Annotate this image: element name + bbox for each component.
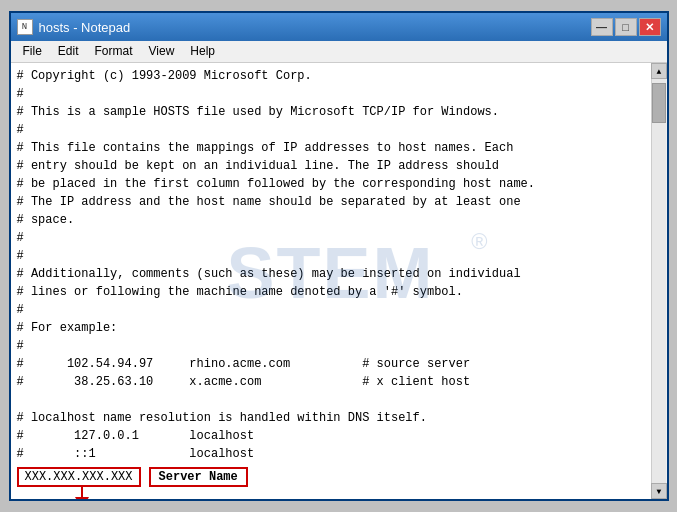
ip-label-area: IP Address: [67, 487, 647, 499]
menu-file[interactable]: File: [15, 43, 50, 60]
text-content[interactable]: STEM ® # Copyright (c) 1993-2009 Microso…: [11, 63, 651, 499]
arrow-icon: [67, 487, 97, 499]
menu-format[interactable]: Format: [87, 43, 141, 60]
minimize-button[interactable]: —: [591, 18, 613, 36]
ip-address-box[interactable]: XXX.XXX.XXX.XXX: [17, 467, 141, 487]
scroll-down-button[interactable]: ▼: [651, 483, 667, 499]
server-name-box[interactable]: Server Name: [149, 467, 248, 487]
menu-view[interactable]: View: [141, 43, 183, 60]
notepad-lines: # Copyright (c) 1993-2009 Microsoft Corp…: [17, 67, 647, 463]
title-buttons: — □ ✕: [591, 18, 661, 36]
maximize-button[interactable]: □: [615, 18, 637, 36]
menu-help[interactable]: Help: [182, 43, 223, 60]
scroll-up-button[interactable]: ▲: [651, 63, 667, 79]
title-bar-left: N hosts - Notepad: [17, 19, 131, 35]
app-icon: N: [17, 19, 33, 35]
svg-marker-1: [75, 497, 89, 499]
editor-area: STEM ® # Copyright (c) 1993-2009 Microso…: [11, 63, 667, 499]
scrollbar-vertical[interactable]: ▲ ▼: [651, 63, 667, 499]
annotation-row: XXX.XXX.XXX.XXX Server Name: [17, 467, 647, 487]
scroll-thumb[interactable]: [652, 83, 666, 123]
close-button[interactable]: ✕: [639, 18, 661, 36]
annotation-area: XXX.XXX.XXX.XXX Server Name IP Address: [17, 467, 647, 499]
title-bar: N hosts - Notepad — □ ✕: [11, 13, 667, 41]
window-title: hosts - Notepad: [39, 20, 131, 35]
menu-bar: File Edit Format View Help: [11, 41, 667, 63]
notepad-window: N hosts - Notepad — □ ✕ File Edit Format…: [9, 11, 669, 501]
scroll-track: [652, 79, 666, 483]
menu-edit[interactable]: Edit: [50, 43, 87, 60]
